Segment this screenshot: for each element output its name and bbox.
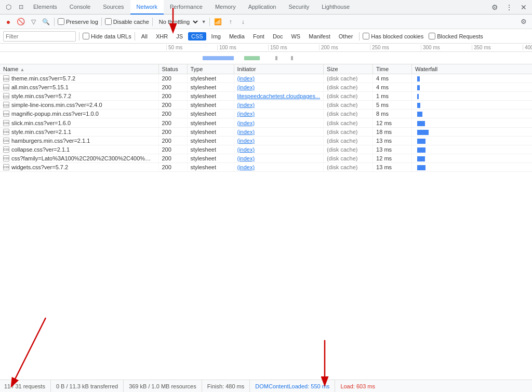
tab-memory[interactable]: Memory [209, 0, 242, 15]
file-icon: css [3, 164, 9, 170]
cell-name[interactable]: csssimple-line-icons.min.css?ver=2.4.0 [0, 101, 158, 110]
filter-icon-button[interactable]: ▽ [28, 17, 38, 27]
initiator-link[interactable]: litespeedcachetest.cloudpages... [237, 93, 321, 99]
cell-initiator[interactable]: (index) [234, 110, 324, 118]
col-header-name[interactable]: Name ▲ [0, 64, 158, 74]
preserve-log-label[interactable]: Preserve log [58, 18, 98, 25]
import-button[interactable]: ↑ [225, 17, 236, 27]
filter-tag-js[interactable]: JS [173, 32, 186, 40]
filter-tag-ws[interactable]: WS [288, 32, 303, 40]
cell-name[interactable]: csscollapse.css?ver=2.1.1 [0, 145, 158, 154]
cell-name[interactable]: cssslick.min.css?ver=1.6.0 [0, 118, 158, 127]
filter-tag-font[interactable]: Font [250, 32, 268, 40]
cell-name[interactable]: cssmagnific-popup.min.css?ver=1.0.0 [0, 110, 158, 118]
disable-cache-label[interactable]: Disable cache [105, 18, 149, 25]
tab-sources[interactable]: Sources [97, 0, 130, 15]
table-row[interactable]: cssstyle.min.css?ver=2.1.1200stylesheet(… [0, 127, 532, 136]
cell-initiator[interactable]: litespeedcachetest.cloudpages... [234, 92, 324, 101]
cell-name[interactable]: csswidgets.css?ver=5.7.2 [0, 163, 158, 171]
col-header-time[interactable]: Time [373, 64, 412, 74]
blocked-requests-checkbox[interactable] [429, 33, 435, 39]
tab-elements[interactable]: Elements [27, 0, 63, 15]
export-button[interactable]: ↓ [238, 17, 248, 27]
col-header-type[interactable]: Type [187, 64, 234, 74]
initiator-link[interactable]: (index) [237, 155, 255, 161]
close-icon[interactable]: ✕ [517, 1, 530, 13]
wifi-icon-button[interactable]: 📶 [213, 17, 223, 27]
throttle-select[interactable]: No throttling [156, 18, 200, 25]
record-button[interactable]: ● [3, 17, 14, 27]
cell-initiator[interactable]: (index) [234, 127, 324, 136]
initiator-link[interactable]: (index) [237, 75, 255, 82]
cell-initiator[interactable]: (index) [234, 101, 324, 110]
cell-name[interactable]: csscss?family=Lato%3A100%2C200%2C300%2C4… [0, 154, 158, 163]
tab-console[interactable]: Console [63, 0, 97, 15]
initiator-link[interactable]: (index) [237, 120, 255, 126]
table-row[interactable]: cssstyle.min.css?ver=5.7.2200stylesheetl… [0, 92, 532, 101]
col-header-size[interactable]: Size [324, 64, 373, 74]
has-blocked-cookies-checkbox[interactable] [363, 33, 369, 39]
filter-input[interactable] [3, 31, 76, 42]
initiator-link[interactable]: (index) [237, 164, 255, 170]
table-row[interactable]: csscss?family=Lato%3A100%2C200%2C300%2C4… [0, 154, 532, 163]
cell-initiator[interactable]: (index) [234, 154, 324, 163]
tab-security[interactable]: Security [282, 0, 315, 15]
cell-name[interactable]: cssstyle.min.css?ver=5.7.2 [0, 92, 158, 101]
more-options-icon[interactable]: ⋮ [503, 1, 515, 13]
cell-initiator[interactable]: (index) [234, 74, 324, 83]
table-row[interactable]: csssimple-line-icons.min.css?ver=2.4.020… [0, 101, 532, 110]
filter-tag-manifest[interactable]: Manifest [305, 32, 334, 40]
blocked-requests-label[interactable]: Blocked Requests [429, 33, 483, 39]
tab-lighthouse[interactable]: Lighthouse [315, 0, 356, 15]
tab-network[interactable]: Network [130, 0, 164, 15]
tab-application[interactable]: Application [242, 0, 283, 15]
col-header-initiator[interactable]: Initiator [234, 64, 324, 74]
table-row[interactable]: cssslick.min.css?ver=1.6.0200stylesheet(… [0, 118, 532, 127]
cell-name[interactable]: cssstyle.min.css?ver=2.1.1 [0, 127, 158, 136]
cell-name[interactable]: csstheme.min.css?ver=5.7.2 [0, 74, 158, 83]
filter-tag-other[interactable]: Other [336, 32, 356, 40]
cell-initiator[interactable]: (index) [234, 145, 324, 154]
col-header-waterfall[interactable]: Waterfall [412, 64, 532, 74]
tick-350: 350 ms [472, 45, 523, 50]
table-row[interactable]: csscollapse.css?ver=2.1.1200stylesheet(i… [0, 145, 532, 154]
table-row[interactable]: csswidgets.css?ver=5.7.2200stylesheet(in… [0, 163, 532, 171]
preserve-log-checkbox[interactable] [58, 18, 64, 25]
has-blocked-cookies-label[interactable]: Has blocked cookies [363, 33, 423, 39]
hide-data-urls-label[interactable]: Hide data URLs [83, 33, 131, 39]
initiator-link[interactable]: (index) [237, 102, 255, 108]
initiator-link[interactable]: (index) [237, 138, 255, 144]
table-row[interactable]: csstheme.min.css?ver=5.7.2200stylesheet(… [0, 74, 532, 83]
cell-name[interactable]: cssall.min.css?ver=5.15.1 [0, 83, 158, 92]
filter-tag-css[interactable]: CSS [188, 32, 206, 40]
disable-cache-text: Disable cache [113, 19, 149, 25]
cell-initiator[interactable]: (index) [234, 136, 324, 145]
filter-tag-doc[interactable]: Doc [270, 32, 286, 40]
filter-tag-xhr[interactable]: XHR [153, 32, 171, 40]
network-table-container: Name ▲ Status Type Initiator Size Time W… [0, 64, 532, 365]
clear-button[interactable]: 🚫 [16, 17, 26, 27]
col-header-status[interactable]: Status [158, 64, 187, 74]
settings-btn-right[interactable]: ⚙ [518, 17, 529, 27]
hide-data-urls-checkbox[interactable] [83, 33, 89, 39]
table-row[interactable]: cssall.min.css?ver=5.15.1200stylesheet(i… [0, 83, 532, 92]
file-name: collapse.css?ver=2.1.1 [11, 146, 70, 153]
initiator-link[interactable]: (index) [237, 84, 255, 90]
tab-performance[interactable]: Performance [164, 0, 209, 15]
cell-initiator[interactable]: (index) [234, 83, 324, 92]
dock-btn[interactable]: ⊡ [15, 1, 27, 13]
initiator-link[interactable]: (index) [237, 129, 255, 135]
disable-cache-checkbox[interactable] [105, 18, 112, 25]
filter-tag-img[interactable]: Img [208, 32, 224, 40]
initiator-link[interactable]: (index) [237, 111, 255, 117]
initiator-link[interactable]: (index) [237, 146, 255, 153]
cell-initiator[interactable]: (index) [234, 163, 324, 171]
settings-icon[interactable]: ⚙ [488, 1, 501, 13]
filter-tag-media[interactable]: Media [226, 32, 248, 40]
filter-tag-all[interactable]: All [138, 32, 151, 40]
table-row[interactable]: csshamburgers.min.css?ver=2.1.1200styles… [0, 136, 532, 145]
cell-name[interactable]: csshamburgers.min.css?ver=2.1.1 [0, 136, 158, 145]
table-row[interactable]: cssmagnific-popup.min.css?ver=1.0.0200st… [0, 110, 532, 118]
search-button[interactable]: 🔍 [41, 17, 51, 27]
cell-initiator[interactable]: (index) [234, 118, 324, 127]
